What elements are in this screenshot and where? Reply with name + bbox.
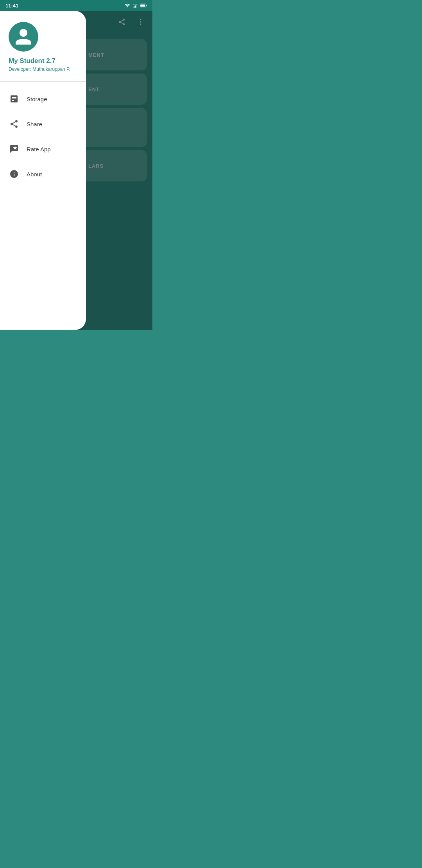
svg-rect-3 bbox=[133, 7, 134, 8]
svg-rect-5 bbox=[146, 5, 147, 6]
drawer-header: My Student 2.7 Developer: Muthukaruppan … bbox=[0, 11, 86, 80]
storage-icon bbox=[9, 93, 20, 104]
menu-item-about[interactable]: About bbox=[0, 161, 86, 187]
navigation-drawer: My Student 2.7 Developer: Muthukaruppan … bbox=[0, 11, 86, 330]
info-icon bbox=[9, 169, 20, 179]
app-title: My Student 2.7 bbox=[9, 57, 77, 65]
about-label: About bbox=[27, 171, 42, 178]
storage-label: Storage bbox=[27, 96, 47, 102]
app-developer: Developer: Muthukaruppan P. bbox=[9, 66, 77, 72]
status-bar: 11:41 bbox=[0, 0, 152, 11]
svg-rect-2 bbox=[134, 6, 135, 8]
status-icons bbox=[124, 3, 147, 8]
wifi-icon bbox=[124, 3, 131, 8]
svg-rect-0 bbox=[136, 5, 136, 8]
avatar bbox=[9, 22, 38, 52]
divider bbox=[0, 81, 86, 82]
person-icon bbox=[14, 27, 33, 47]
menu-item-share[interactable]: Share bbox=[0, 111, 86, 136]
svg-rect-6 bbox=[140, 4, 145, 6]
drawer-menu: Storage Share Rate App bbox=[0, 83, 86, 321]
share-label: Share bbox=[27, 121, 42, 127]
menu-item-rate-app[interactable]: Rate App bbox=[0, 136, 86, 161]
menu-item-storage[interactable]: Storage bbox=[0, 86, 86, 111]
svg-rect-1 bbox=[135, 5, 136, 7]
status-time: 11:41 bbox=[5, 3, 18, 9]
rate-app-label: Rate App bbox=[27, 146, 51, 152]
rate-icon bbox=[9, 143, 20, 154]
battery-icon bbox=[140, 3, 147, 8]
share-icon bbox=[9, 118, 20, 129]
signal-icon bbox=[132, 3, 138, 8]
